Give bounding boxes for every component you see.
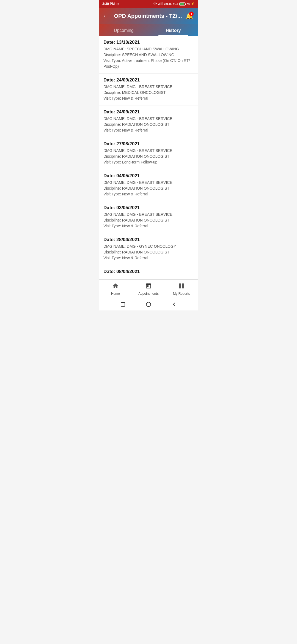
appt-detail-5: DMG NAME: DMG - BREAST SERVICEDiscipline… xyxy=(103,212,194,229)
reports-icon xyxy=(178,283,185,291)
appt-date-4: Date: 04/05/2021 xyxy=(103,173,194,179)
nav-appointments-label: Appointments xyxy=(138,292,158,296)
svg-point-5 xyxy=(146,302,151,307)
notification-button[interactable]: 🔔 1 xyxy=(184,11,194,21)
header: ← OPD Appointments - TZ/... 🔔 1 xyxy=(99,8,198,24)
appointment-item-2[interactable]: Date: 24/09/2021DMG NAME: DMG - BREAST S… xyxy=(99,105,198,137)
appt-date-0: Date: 13/10/2021 xyxy=(103,40,194,45)
battery-indicator xyxy=(179,2,185,6)
back-system-button[interactable] xyxy=(171,301,177,307)
svg-rect-3 xyxy=(162,2,163,5)
notification-badge: 1 xyxy=(189,12,194,16)
appt-date-7: Date: 08/04/2021 xyxy=(103,269,194,274)
appt-date-6: Date: 28/04/2021 xyxy=(103,237,194,242)
appt-date-2: Date: 24/09/2021 xyxy=(103,109,194,115)
appt-detail-0: DMG NAME: SPEECH AND SWALLOWINGDisciplin… xyxy=(103,46,194,69)
appointment-item-4[interactable]: Date: 04/05/2021DMG NAME: DMG - BREAST S… xyxy=(99,169,198,201)
appointment-item-1[interactable]: Date: 24/09/2021DMG NAME: DMG - BREAST S… xyxy=(99,73,198,105)
circle-icon: ⊙ xyxy=(116,2,119,6)
svg-rect-2 xyxy=(161,2,161,5)
svg-rect-4 xyxy=(121,302,125,306)
tab-upcoming[interactable]: Upcoming xyxy=(99,24,148,36)
appointment-item-3[interactable]: Date: 27/08/2021DMG NAME: DMG - BREAST S… xyxy=(99,137,198,169)
status-time: 3:30 PM ⊙ xyxy=(102,2,119,6)
appt-detail-3: DMG NAME: DMG - BREAST SERVICEDiscipline… xyxy=(103,148,194,165)
svg-rect-0 xyxy=(158,4,159,5)
back-button[interactable]: ← xyxy=(103,12,112,20)
square-button[interactable] xyxy=(120,301,126,307)
nav-home-label: Home xyxy=(111,292,120,296)
system-nav-bar xyxy=(99,298,198,310)
page-title: OPD Appointments - TZ/... xyxy=(112,13,184,19)
appointment-item-5[interactable]: Date: 03/05/2021DMG NAME: DMG - BREAST S… xyxy=(99,201,198,233)
calendar-icon xyxy=(145,283,152,291)
appt-detail-4: DMG NAME: DMG - BREAST SERVICEDiscipline… xyxy=(103,180,194,197)
appt-date-1: Date: 24/09/2021 xyxy=(103,77,194,83)
signal-icon xyxy=(158,2,163,6)
appointment-item-7[interactable]: Date: 08/04/2021 xyxy=(99,265,198,280)
tab-history[interactable]: History xyxy=(148,24,198,36)
nav-appointments[interactable]: Appointments xyxy=(132,280,165,298)
home-button[interactable] xyxy=(145,301,152,307)
appointment-item-0[interactable]: Date: 13/10/2021DMG NAME: SPEECH AND SWA… xyxy=(99,36,198,73)
time-display: 3:30 PM xyxy=(102,2,115,6)
status-icons: VoLTE 4G+ 74 ⚡ xyxy=(153,2,195,6)
nav-my-reports[interactable]: My Reports xyxy=(165,280,198,298)
nav-reports-label: My Reports xyxy=(173,292,190,296)
appt-date-3: Date: 27/08/2021 xyxy=(103,141,194,147)
appointment-list: Date: 13/10/2021DMG NAME: SPEECH AND SWA… xyxy=(99,36,198,280)
nav-home[interactable]: Home xyxy=(99,280,132,298)
bottom-navigation: Home Appointments My Reports xyxy=(99,280,198,298)
battery-percent: 74 xyxy=(186,2,190,6)
charging-icon: ⚡ xyxy=(191,2,195,6)
home-icon xyxy=(112,283,119,291)
appointment-item-6[interactable]: Date: 28/04/2021DMG NAME: DMG - GYNEC ON… xyxy=(99,233,198,265)
tab-bar: Upcoming History xyxy=(99,24,198,36)
appt-detail-1: DMG NAME: DMG - BREAST SERVICEDiscipline… xyxy=(103,84,194,101)
wifi-icon xyxy=(153,2,157,6)
svg-rect-1 xyxy=(160,3,160,5)
appt-date-5: Date: 03/05/2021 xyxy=(103,205,194,211)
status-bar: 3:30 PM ⊙ VoLTE 4G+ 74 ⚡ xyxy=(99,0,198,8)
network-type: VoLTE 4G+ xyxy=(164,2,178,6)
appt-detail-2: DMG NAME: DMG - BREAST SERVICEDiscipline… xyxy=(103,116,194,133)
appt-detail-6: DMG NAME: DMG - GYNEC ONCOLOGYDiscipline… xyxy=(103,244,194,261)
